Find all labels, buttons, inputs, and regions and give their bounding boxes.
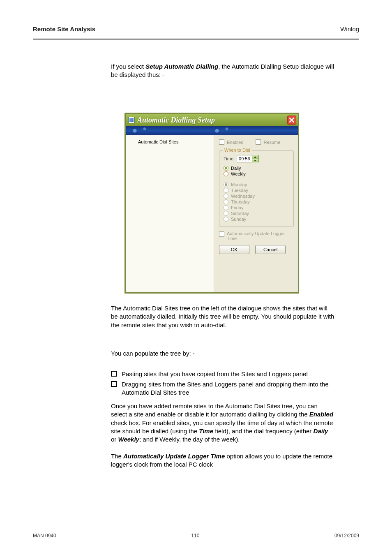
header-left: Remote Site Analysis — [33, 25, 95, 32]
weekly-label: Weekly — [231, 171, 246, 176]
radio-icon — [224, 171, 228, 176]
radio-icon — [224, 205, 228, 210]
header-right: Winlog — [340, 25, 359, 32]
close-button[interactable] — [287, 116, 296, 125]
monday-radio: Monday — [224, 182, 289, 187]
text: If you select — [111, 63, 145, 70]
saturday-radio: Saturday — [224, 211, 289, 216]
spinner-up-button[interactable] — [252, 155, 258, 159]
radio-icon — [224, 194, 228, 199]
dialog-titlebar[interactable]: Automatic Dialling Setup — [126, 114, 298, 126]
term: Time — [199, 428, 213, 435]
bullet-icon — [111, 371, 117, 377]
radio-icon — [224, 199, 228, 204]
day-label: Friday — [231, 205, 244, 210]
bullet-icon — [111, 381, 117, 387]
app-icon — [128, 117, 135, 123]
sunday-radio: Sunday — [224, 217, 289, 222]
enabled-checkbox[interactable]: Enabled — [219, 139, 243, 145]
text: You can populate the tree by: - — [111, 349, 334, 358]
auto-update-label: Automatically Update Logger Time — [227, 231, 294, 241]
footer-date: 09/12/2009 — [334, 533, 359, 539]
settings-pane: Enabled Resume When to Dial Time 09:56 — [214, 135, 298, 292]
resume-label: Resume — [263, 140, 280, 145]
spinner-down-button[interactable] — [252, 159, 258, 162]
tree-root-label: Automatic Dial Sites — [138, 139, 178, 144]
bullet-item: Pasting sites that you have copied from … — [111, 370, 334, 378]
ok-button[interactable]: OK — [219, 245, 249, 254]
friday-radio: Friday — [224, 205, 289, 210]
time-label: Time — [224, 156, 233, 161]
time-value: 09:56 — [237, 156, 252, 161]
term: Enabled — [309, 411, 333, 418]
day-label: Monday — [231, 182, 247, 187]
weekly-radio[interactable]: Weekly — [224, 171, 289, 176]
auto-update-checkbox[interactable]: Automatically Update Logger Time — [219, 231, 294, 241]
dialog-banner — [126, 126, 298, 135]
resume-checkbox[interactable]: Resume — [256, 139, 280, 145]
checkbox-icon — [219, 139, 224, 145]
enabled-label: Enabled — [227, 140, 243, 145]
term: Daily — [314, 428, 328, 435]
day-label: Tuesday — [231, 188, 248, 193]
footer-doc-id: MAN 0940 — [33, 533, 56, 539]
radio-icon — [224, 211, 228, 216]
bullet-text: Pasting sites that you have copied from … — [122, 370, 334, 378]
day-label: Saturday — [231, 211, 249, 216]
time-input[interactable]: 09:56 — [237, 155, 259, 162]
automatic-dialling-setup-dialog: Automatic Dialling Setup Automatic Dial … — [125, 113, 299, 294]
header-rule — [33, 39, 359, 39]
text: ; and if Weekly, the day of the week). — [139, 436, 240, 443]
checkbox-icon — [219, 231, 224, 237]
text: The — [111, 453, 123, 460]
term: Automatically Update Logger Time — [123, 453, 225, 460]
bullet-text: Dragging sites from the Sites and Logger… — [122, 380, 334, 397]
daily-label: Daily — [231, 166, 241, 171]
bullet-item: Dragging sites from the Sites and Logger… — [111, 380, 334, 397]
text: Once you have added remote sites to the … — [111, 402, 318, 418]
day-label: Wednesday — [231, 194, 255, 199]
menu-item-name: Setup Automatic Dialling — [145, 63, 218, 70]
when-to-dial-group: When to Dial Time 09:56 Daily Weekly — [219, 150, 294, 227]
term: Weekly — [118, 436, 139, 443]
checkbox-icon — [256, 139, 261, 145]
radio-icon — [224, 188, 228, 193]
thursday-radio: Thursday — [224, 199, 289, 204]
sites-tree-paragraph: The Automatic Dial Sites tree on the lef… — [111, 304, 334, 329]
sites-tree-pane[interactable]: Automatic Dial Sites — [126, 135, 214, 292]
populate-heading: You can populate the tree by: - Pasting … — [111, 349, 334, 398]
dialog-title: Automatic Dialling Setup — [137, 116, 287, 125]
tree-connector-icon — [130, 142, 136, 142]
radio-icon — [224, 166, 228, 171]
text: field), and the dial frequency (either — [213, 428, 313, 435]
daily-radio[interactable]: Daily — [224, 166, 289, 171]
day-label: Thursday — [231, 199, 250, 204]
chevron-up-icon — [254, 156, 256, 158]
radio-icon — [224, 217, 228, 222]
cancel-button[interactable]: Cancel — [255, 245, 286, 254]
day-label: Sunday — [231, 217, 246, 222]
close-icon — [289, 117, 295, 123]
radio-icon — [224, 182, 228, 187]
enable-paragraph: Once you have added remote sites to the … — [111, 402, 334, 469]
chevron-down-icon — [254, 160, 256, 162]
intro-paragraph: If you select Setup Automatic Dialling, … — [111, 62, 334, 96]
group-title: When to Dial — [223, 148, 252, 153]
page-footer: MAN 0940 110 09/12/2009 — [33, 533, 359, 539]
footer-page-number: 110 — [191, 533, 199, 539]
tuesday-radio: Tuesday — [224, 188, 289, 193]
tree-root-item[interactable]: Automatic Dial Sites — [127, 139, 212, 145]
time-spinner[interactable] — [252, 155, 258, 162]
wednesday-radio: Wednesday — [224, 194, 289, 199]
text: or — [111, 436, 118, 443]
